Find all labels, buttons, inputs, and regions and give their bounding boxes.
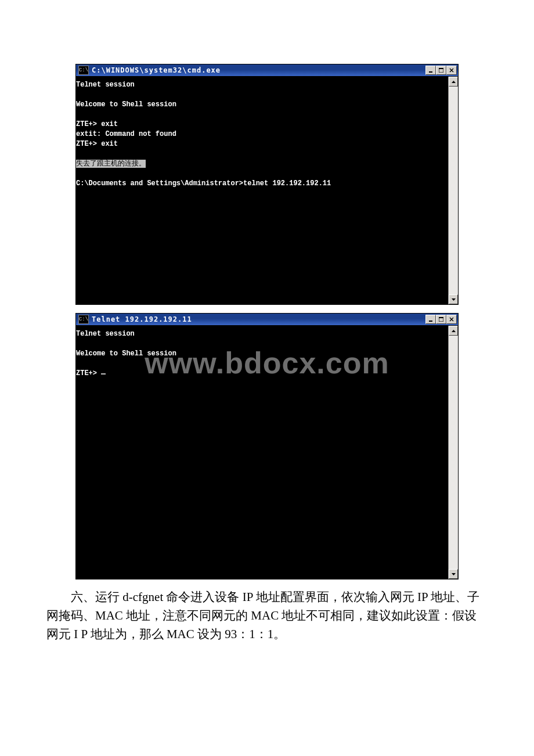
line: extit: Command not found — [76, 130, 176, 138]
scroll-down-button[interactable] — [449, 294, 458, 304]
titlebar[interactable]: C:\ C:\WINDOWS\system32\cmd.exe — [76, 64, 458, 77]
maximize-button[interactable] — [436, 66, 446, 75]
scroll-up-button[interactable] — [449, 77, 458, 87]
maximize-button[interactable] — [436, 315, 446, 324]
terminal-output[interactable]: Telnet session Welcome to Shell session … — [76, 326, 448, 579]
arrow-up-icon — [452, 81, 456, 83]
minimize-button[interactable] — [425, 315, 436, 324]
window-title: C:\WINDOWS\system32\cmd.exe — [92, 66, 221, 74]
svg-rect-3 — [429, 321, 432, 322]
line: Welcome to Shell session — [76, 100, 176, 109]
line: Welcome to Shell session — [76, 350, 176, 358]
svg-rect-2 — [439, 68, 443, 69]
minimize-icon — [428, 317, 433, 322]
close-button[interactable] — [446, 66, 457, 75]
minimize-icon — [428, 68, 433, 73]
terminal-wrap: Telnet session Welcome to Shell session … — [76, 77, 458, 304]
terminal-wrap: Telnet session Welcome to Shell session … — [76, 326, 458, 579]
close-icon — [449, 317, 454, 322]
svg-rect-5 — [439, 317, 443, 318]
arrow-up-icon — [452, 330, 456, 332]
maximize-icon — [439, 317, 443, 322]
line: ZTE+> exit — [76, 140, 118, 148]
line: ZTE+> exit — [76, 120, 118, 128]
window-title: Telnet 192.192.192.11 — [92, 315, 192, 323]
svg-rect-0 — [429, 71, 432, 73]
cmd-window-2: www.bdocx.com C:\ Telnet 192.192.192.11 — [75, 313, 459, 579]
scrollbar[interactable] — [448, 326, 458, 579]
prompt-line: ZTE+> — [76, 369, 101, 377]
body-text: 六、运行 d-cfgnet 命令进入设备 IP 地址配置界面，依次输入网元 IP… — [46, 588, 488, 643]
arrow-down-icon — [452, 573, 456, 575]
line: Telnet session — [76, 81, 135, 89]
document-page: C:\ C:\WINDOWS\system32\cmd.exe Telnet s… — [0, 0, 534, 678]
scroll-track[interactable] — [449, 336, 458, 569]
scroll-down-button[interactable] — [449, 569, 458, 579]
cmd-window-1: C:\ C:\WINDOWS\system32\cmd.exe Telnet s… — [75, 64, 459, 305]
highlighted-line: 失去了跟主机的连接。 — [76, 160, 146, 168]
close-icon — [449, 68, 454, 73]
cmd-icon: C:\ — [78, 315, 89, 324]
minimize-button[interactable] — [425, 66, 436, 75]
titlebar[interactable]: C:\ Telnet 192.192.192.11 — [76, 314, 458, 326]
scrollbar[interactable] — [448, 77, 458, 304]
arrow-down-icon — [452, 298, 456, 301]
screenshots-area: C:\ C:\WINDOWS\system32\cmd.exe Telnet s… — [75, 64, 459, 579]
line: C:\Documents and Settings\Administrator>… — [76, 179, 331, 188]
paragraph-1: 六、运行 d-cfgnet 命令进入设备 IP 地址配置界面，依次输入网元 IP… — [46, 588, 488, 643]
close-button[interactable] — [446, 315, 457, 324]
maximize-icon — [439, 68, 443, 73]
window-controls — [425, 315, 457, 324]
line: Telnet session — [76, 330, 135, 338]
cursor — [101, 373, 106, 375]
scroll-up-button[interactable] — [449, 326, 458, 336]
cmd-icon: C:\ — [78, 66, 89, 75]
terminal-output[interactable]: Telnet session Welcome to Shell session … — [76, 77, 448, 304]
window-controls — [425, 66, 457, 75]
scroll-track[interactable] — [449, 87, 458, 294]
